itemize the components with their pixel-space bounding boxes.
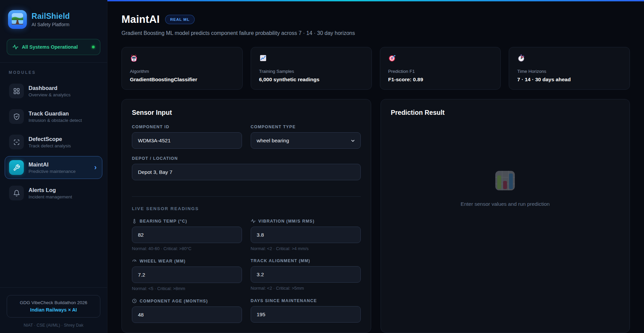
railway-track-icon: [12, 13, 23, 26]
vibration-label: VIBRATION (MM/S RMS): [258, 219, 315, 224]
activity-icon: [251, 219, 256, 224]
stat-label: Training Samples: [259, 69, 363, 74]
clock-icon: [132, 298, 137, 303]
module-desc: Track defect analysis: [29, 143, 71, 148]
bearing-temp-label: BEARING TEMP (°C): [140, 219, 187, 224]
component-id-input[interactable]: [132, 132, 242, 149]
activity-pulse-icon: [12, 44, 18, 50]
brand-tagline: AI Safety Platform: [32, 22, 70, 27]
component-type-select[interactable]: wheel bearing: [251, 132, 361, 149]
module-desc: Predictive maintenance: [29, 169, 76, 174]
module-label: Alerts Log: [29, 187, 72, 193]
prediction-placeholder-text: Enter sensor values and run prediction: [461, 201, 550, 207]
component-type-label: COMPONENT TYPE: [251, 125, 361, 129]
status-dot: [92, 46, 95, 48]
chart-increasing-icon: [259, 57, 267, 63]
wrench-icon: [9, 160, 24, 175]
system-status-label: All Systems Operational: [22, 44, 89, 50]
module-label: Dashboard: [29, 85, 70, 91]
sidebar-item-dashboard[interactable]: Dashboard Overview & analytics: [5, 80, 102, 102]
track-alignment-input[interactable]: [251, 266, 361, 283]
stat-value: F1-score: 0.89: [388, 77, 493, 83]
form-divider: [132, 196, 361, 197]
prediction-result-panel: Prediction Result: [381, 99, 630, 333]
wheel-wear-hint: Normal: <5 · Critical: >8mm: [132, 286, 242, 291]
scan-icon: [9, 135, 24, 149]
page-subtitle: Gradient Boosting ML model predicts comp…: [121, 30, 630, 36]
brand-name: RailShield: [32, 12, 70, 21]
bearing-temp-hint: Normal: 40-60 · Critical: >80°C: [132, 246, 242, 251]
bar-chart-icon: [495, 170, 515, 192]
chevron-down-icon: [350, 138, 355, 145]
days-since-maintenance-input[interactable]: [251, 306, 361, 323]
shield-check-icon: [9, 109, 24, 124]
prediction-result-title: Prediction Result: [391, 109, 620, 116]
sidebar-item-track-guardian[interactable]: Track Guardian Intrusion & obstacle dete…: [5, 105, 102, 128]
module-desc: Intrusion & obstacle detect: [29, 118, 82, 123]
stat-value: 7 · 14 · 30 days ahead: [517, 77, 622, 83]
bell-icon: [9, 186, 24, 200]
author-credit: NIAT · CSE (AI/ML) · Shrey Dak: [7, 323, 100, 328]
wheel-wear-label: WHEEL WEAR (MM): [140, 259, 186, 264]
gauge-icon: [132, 258, 137, 264]
component-type-value: wheel bearing: [257, 138, 289, 144]
vibration-hint: Normal: <2 · Critical: >4 mm/s: [251, 246, 361, 251]
stat-card-training-samples: Training Samples 6,000 synthetic reading…: [251, 47, 372, 90]
sensor-input-title: Sensor Input: [132, 109, 361, 116]
stat-label: Algorithm: [130, 69, 234, 74]
stat-card-algorithm: Algorithm GradientBoostingClassifier: [121, 47, 243, 90]
module-label: DefectScope: [29, 136, 71, 142]
thermometer-icon: [132, 219, 137, 224]
depot-label: DEPOT / LOCATION: [132, 156, 361, 161]
track-alignment-label: TRACK ALIGNMENT (MM): [251, 258, 310, 263]
module-list: Dashboard Overview & analytics Track Gua…: [0, 78, 107, 204]
component-id-label: COMPONENT ID: [132, 125, 242, 129]
hackathon-theme: Indian Railways × AI: [10, 307, 97, 313]
days-since-maintenance-label: DAYS SINCE MAINTENANCE: [251, 298, 317, 303]
module-desc: Incident management: [29, 194, 72, 199]
component-age-input[interactable]: [132, 306, 242, 323]
module-label: MaintAI: [29, 161, 76, 168]
sensor-input-panel: Sensor Input COMPONENT ID COMPONENT TYPE…: [121, 99, 371, 333]
dashboard-grid-icon: [9, 84, 24, 98]
module-label: Track Guardian: [29, 110, 82, 117]
hackathon-card: GDG VibeCheck Buildathon 2026 Indian Rai…: [7, 295, 100, 318]
sidebar-item-alerts-log[interactable]: Alerts Log Incident management: [5, 182, 102, 204]
main-content: MaintAI REAL ML Gradient Boosting ML mod…: [107, 0, 644, 333]
stat-cards: Algorithm GradientBoostingClassifier T: [121, 47, 630, 90]
real-ml-badge: REAL ML: [165, 15, 195, 24]
stat-card-prediction-f1: Prediction F1 F1-score: 0.89: [380, 47, 501, 90]
stat-label: Prediction F1: [388, 69, 493, 74]
bearing-temp-input[interactable]: [132, 227, 242, 243]
sidebar-item-defectscope[interactable]: DefectScope Track defect analysis: [5, 131, 102, 153]
page-title: MaintAI: [121, 13, 160, 26]
component-age-label: COMPONENT AGE (MONTHS): [140, 299, 208, 303]
depot-input[interactable]: [132, 164, 361, 180]
stat-label: Time Horizons: [517, 69, 622, 74]
brand: RailShield AI Safety Platform: [0, 0, 107, 32]
live-sensor-readings-heading: LIVE SENSOR READINGS: [132, 206, 361, 211]
system-status-pill[interactable]: All Systems Operational: [7, 39, 100, 55]
prediction-placeholder: Enter sensor values and run prediction: [391, 116, 620, 261]
target-icon: [388, 57, 396, 63]
sidebar-footer: GDG VibeCheck Buildathon 2026 Indian Rai…: [0, 287, 107, 333]
chevron-right-icon: ›: [94, 164, 98, 171]
vibration-input[interactable]: [251, 227, 361, 243]
hackathon-name: GDG VibeCheck Buildathon 2026: [10, 300, 97, 305]
railshield-logo: [8, 10, 27, 29]
stat-value: 6,000 synthetic readings: [259, 77, 363, 83]
panels-row: Sensor Input COMPONENT ID COMPONENT TYPE…: [121, 99, 630, 333]
sidebar-item-maintai[interactable]: MaintAI Predictive maintenance ›: [5, 156, 102, 179]
modules-heading: MODULES: [0, 63, 107, 78]
robot-icon: [130, 57, 138, 63]
track-alignment-hint: Normal: <2 · Critical: >5mm: [251, 286, 361, 291]
stopwatch-icon: [517, 57, 525, 63]
sidebar: RailShield AI Safety Platform All System…: [0, 0, 107, 333]
module-desc: Overview & analytics: [29, 92, 70, 97]
stat-value: GradientBoostingClassifier: [130, 77, 234, 83]
wheel-wear-input[interactable]: [132, 267, 242, 283]
stat-card-time-horizons: Time Horizons 7 · 14 · 30 days ahead: [509, 47, 630, 90]
app-root: RailShield AI Safety Platform All System…: [0, 0, 644, 333]
